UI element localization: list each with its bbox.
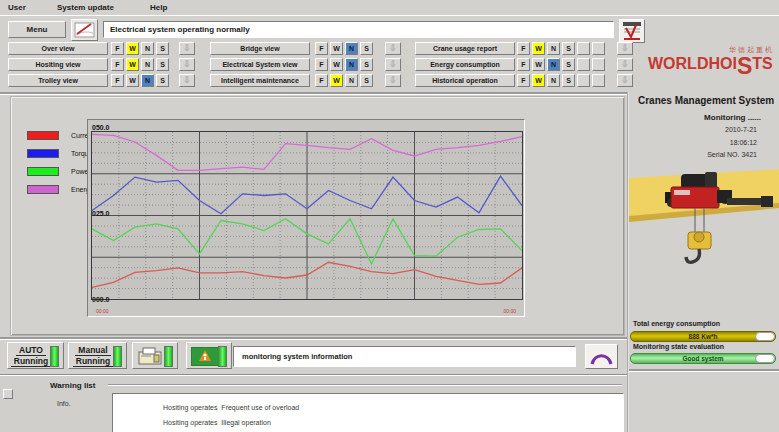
toggle-f-bridge-view[interactable]: F — [315, 42, 328, 55]
alarm-icon — [191, 347, 219, 366]
legend-swatch-torque — [27, 149, 59, 158]
view-button-electrical-system-view[interactable]: Electrical System view — [210, 58, 310, 71]
toggle-w-intelligent-maintenance[interactable]: W — [330, 74, 343, 87]
monitoring-info-field[interactable]: monitoring system information — [233, 346, 576, 367]
gauge-arc-icon — [586, 345, 617, 368]
auto-running-label: Running — [11, 356, 51, 367]
toggle-w-crane-usage-report[interactable]: W — [532, 42, 545, 55]
toggle-blank[interactable] — [577, 74, 590, 87]
down-arrow-button-trolley-view[interactable]: ⇩ — [179, 74, 195, 87]
toggle-s-energy-consumption[interactable]: S — [562, 58, 575, 71]
toggle-f-crane-usage-report[interactable]: F — [517, 42, 530, 55]
toggle-s-bridge-view[interactable]: S — [360, 42, 373, 55]
gauge-button[interactable] — [585, 344, 618, 369]
toggle-n-bridge-view[interactable]: N — [345, 42, 358, 55]
view-button-intelligent-maintenance[interactable]: Intelligent maintenance — [210, 74, 310, 87]
crane-hmi-window: User System update Help Menu Electrical … — [0, 0, 779, 432]
toggle-w-bridge-view[interactable]: W — [330, 42, 343, 55]
warning-item[interactable]: Hositing operates Frequent use of overlo… — [163, 400, 623, 415]
toggle-w-trolley-view[interactable]: W — [126, 74, 139, 87]
warning-item[interactable]: Hositing operates Illegal operation — [163, 415, 623, 430]
divider — [0, 92, 628, 95]
warning-list-title: Warning list — [50, 381, 95, 390]
toggle-n-energy-consumption[interactable]: N — [547, 58, 560, 71]
legend-item-torque: Torque — [27, 149, 94, 158]
divider — [108, 385, 622, 386]
toggle-s-hositing-view[interactable]: S — [156, 58, 169, 71]
alarm-button[interactable] — [186, 342, 232, 369]
toggle-s-historical-operation[interactable]: S — [562, 74, 575, 87]
state-evaluation-label: Monitoring state evaluation — [633, 343, 724, 350]
printer-icon — [138, 347, 164, 367]
down-arrow-button-over-view[interactable]: ⇩ — [179, 42, 195, 55]
serial-label: Serial NO. 3421 — [707, 151, 757, 158]
toggle-f-over-view[interactable]: F — [111, 42, 124, 55]
warning-panel-handle[interactable] — [3, 389, 13, 399]
down-arrow-button-crane-usage-report[interactable]: ⇩ — [617, 42, 633, 55]
down-arrow-button-electrical-system-view[interactable]: ⇩ — [385, 58, 401, 71]
ytick-0: 000.0 — [92, 296, 110, 303]
down-arrow-button-intelligent-maintenance[interactable]: ⇩ — [385, 74, 401, 87]
manual-running-button[interactable]: Manual Running — [68, 342, 127, 369]
down-arrow-button-energy-consumption[interactable]: ⇩ — [617, 58, 633, 71]
view-button-over-view[interactable]: Over view — [8, 42, 108, 55]
toggle-n-electrical-system-view[interactable]: N — [345, 58, 358, 71]
toggle-f-trolley-view[interactable]: F — [111, 74, 124, 87]
view-button-trolley-view[interactable]: Trolley view — [8, 74, 108, 87]
energy-consumption-label: Total energy consumption — [633, 320, 720, 327]
legend-item-energy: Energy — [27, 185, 94, 194]
toggle-w-energy-consumption[interactable]: W — [532, 58, 545, 71]
down-arrow-button-historical-operation[interactable]: ⇩ — [617, 74, 633, 87]
state-evaluation-gauge: Good system — [630, 353, 776, 364]
chart-area: 050.0 025.0 000.0 00:00 00:00 — [87, 119, 525, 317]
print-button[interactable] — [132, 342, 178, 369]
toggle-n-hositing-view[interactable]: N — [141, 58, 154, 71]
warning-list[interactable]: Hositing operates Frequent use of overlo… — [112, 393, 624, 432]
down-arrow-button-bridge-view[interactable]: ⇩ — [385, 42, 401, 55]
toggle-blank[interactable] — [592, 42, 605, 55]
toggle-s-intelligent-maintenance[interactable]: S — [360, 74, 373, 87]
view-button-crane-usage-report[interactable]: Crane usage report — [415, 42, 515, 55]
toggle-n-intelligent-maintenance[interactable]: N — [345, 74, 358, 87]
toggle-w-over-view[interactable]: W — [126, 42, 139, 55]
toggle-f-hositing-view[interactable]: F — [111, 58, 124, 71]
toggle-blank[interactable] — [577, 42, 590, 55]
view-button-energy-consumption[interactable]: Energy consumption — [415, 58, 515, 71]
toggle-s-over-view[interactable]: S — [156, 42, 169, 55]
toggle-s-trolley-view[interactable]: S — [156, 74, 169, 87]
toggle-f-intelligent-maintenance[interactable]: F — [315, 74, 328, 87]
auto-running-button[interactable]: AUTO Running — [7, 342, 64, 369]
toggle-n-over-view[interactable]: N — [141, 42, 154, 55]
toggle-s-electrical-system-view[interactable]: S — [360, 58, 373, 71]
warning-panel: Warning list Info. Hositing operates Fre… — [0, 375, 628, 432]
toggle-blank[interactable] — [577, 58, 590, 71]
view-button-hositing-view[interactable]: Hositing view — [8, 58, 108, 71]
toggle-f-electrical-system-view[interactable]: F — [315, 58, 328, 71]
toggle-w-electrical-system-view[interactable]: W — [330, 58, 343, 71]
state-evaluation-value: Good system — [682, 355, 723, 362]
right-panel-title: Cranes Management System — [638, 95, 774, 106]
toggle-s-crane-usage-report[interactable]: S — [562, 42, 575, 55]
toggle-f-historical-operation[interactable]: F — [517, 74, 530, 87]
toggle-w-historical-operation[interactable]: W — [532, 74, 545, 87]
ytick-50: 050.0 — [92, 124, 110, 131]
toggle-blank[interactable] — [592, 58, 605, 71]
energy-consumption-gauge: 888 Kw*h — [630, 331, 776, 342]
toggle-n-crane-usage-report[interactable]: N — [547, 42, 560, 55]
chart-panel: CurrentTorquePowerEnergy 050.0 025.0 000… — [10, 96, 625, 336]
legend-swatch-energy — [27, 185, 59, 194]
brand-chinese-text: 华德起重机 — [648, 45, 776, 55]
view-button-bridge-view[interactable]: Bridge view — [210, 42, 310, 55]
toggle-w-hositing-view[interactable]: W — [126, 58, 139, 71]
divider — [0, 337, 628, 340]
view-button-historical-operation[interactable]: Historical operation — [415, 74, 515, 87]
toggle-blank[interactable] — [592, 74, 605, 87]
toggle-n-trolley-view[interactable]: N — [141, 74, 154, 87]
down-arrow-button-hositing-view[interactable]: ⇩ — [179, 58, 195, 71]
toggle-n-historical-operation[interactable]: N — [547, 74, 560, 87]
legend-swatch-power — [27, 167, 59, 176]
manual-label: Manual — [75, 345, 110, 356]
toggle-f-energy-consumption[interactable]: F — [517, 58, 530, 71]
chart-legend: CurrentTorquePowerEnergy — [27, 131, 94, 203]
alarm-status-led — [218, 346, 227, 367]
